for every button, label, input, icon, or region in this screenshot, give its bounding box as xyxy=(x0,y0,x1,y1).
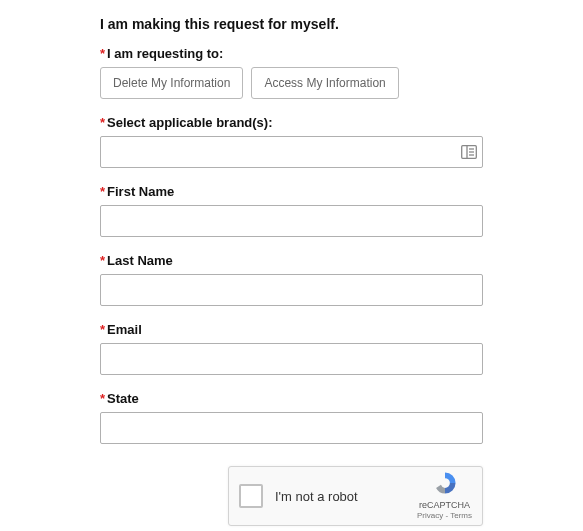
request-type-label: *I am requesting to: xyxy=(100,46,483,61)
recaptcha-brand-name: reCAPTCHA xyxy=(419,500,470,512)
required-mark: * xyxy=(100,184,105,199)
recaptcha-terms[interactable]: Privacy - Terms xyxy=(417,511,472,521)
brand-label: *Select applicable brand(s): xyxy=(100,115,483,130)
required-mark: * xyxy=(100,253,105,268)
brand-group: *Select applicable brand(s): xyxy=(100,115,483,168)
first-name-label: *First Name xyxy=(100,184,483,199)
delete-info-button[interactable]: Delete My Information xyxy=(100,67,243,99)
first-name-group: *First Name xyxy=(100,184,483,237)
recaptcha-brand: reCAPTCHA Privacy - Terms xyxy=(417,470,472,521)
recaptcha-label: I'm not a robot xyxy=(275,489,417,504)
recaptcha-checkbox[interactable] xyxy=(239,484,263,508)
privacy-request-form: I am making this request for myself. *I … xyxy=(0,16,583,531)
required-mark: * xyxy=(100,115,105,130)
brand-label-text: Select applicable brand(s): xyxy=(107,115,272,130)
email-label-text: Email xyxy=(107,322,142,337)
state-label-text: State xyxy=(107,391,139,406)
last-name-label-text: Last Name xyxy=(107,253,173,268)
captcha-wrap: I'm not a robot reCAPTCHA Privacy - Term… xyxy=(100,466,483,526)
last-name-group: *Last Name xyxy=(100,253,483,306)
request-options-row: Delete My Information Access My Informat… xyxy=(100,67,483,99)
state-label: *State xyxy=(100,391,483,406)
first-name-input[interactable] xyxy=(100,205,483,237)
email-group: *Email xyxy=(100,322,483,375)
email-input[interactable] xyxy=(100,343,483,375)
required-mark: * xyxy=(100,322,105,337)
recaptcha-icon xyxy=(432,470,458,499)
access-info-button[interactable]: Access My Information xyxy=(251,67,398,99)
last-name-label: *Last Name xyxy=(100,253,483,268)
recaptcha-box: I'm not a robot reCAPTCHA Privacy - Term… xyxy=(228,466,483,526)
email-label: *Email xyxy=(100,322,483,337)
first-name-label-text: First Name xyxy=(107,184,174,199)
request-type-group: *I am requesting to: Delete My Informati… xyxy=(100,46,483,99)
request-type-label-text: I am requesting to: xyxy=(107,46,223,61)
brand-select-wrap xyxy=(100,136,483,168)
brand-select[interactable] xyxy=(100,136,483,168)
last-name-input[interactable] xyxy=(100,274,483,306)
state-group: *State xyxy=(100,391,483,444)
required-mark: * xyxy=(100,391,105,406)
required-mark: * xyxy=(100,46,105,61)
form-heading: I am making this request for myself. xyxy=(100,16,483,32)
state-input[interactable] xyxy=(100,412,483,444)
